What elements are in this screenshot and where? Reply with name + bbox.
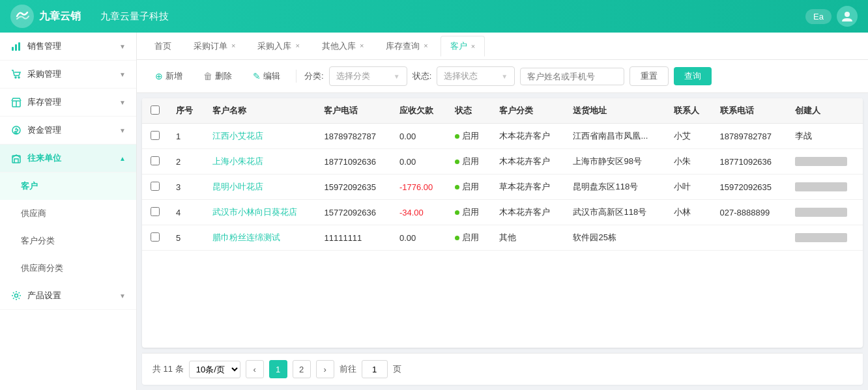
row-name[interactable]: 昆明小叶花店 [205, 174, 317, 200]
page-2-button[interactable]: 2 [293, 360, 311, 378]
row-id: 5 [168, 225, 205, 251]
page-unit: 页 [393, 363, 401, 375]
category-placeholder: 选择分类 [336, 70, 370, 82]
row-checkbox[interactable] [151, 131, 160, 140]
top-nav: 九章云销 九章云量子科技 Ea [0, 0, 868, 33]
sidebar-item-contacts[interactable]: 往来单位 ▲ [0, 145, 136, 173]
tab-inventory-query-close[interactable]: × [424, 42, 427, 49]
sidebar-item-suppliers[interactable]: 供应商 [0, 200, 136, 227]
tab-inventory-query[interactable]: 库存查询 × [376, 36, 437, 57]
edit-button[interactable]: ✎ 编辑 [245, 66, 288, 86]
row-name[interactable]: 武汉市小林向日葵花店 [205, 200, 317, 225]
row-id: 1 [168, 124, 205, 149]
query-label: 查询 [684, 71, 701, 81]
category-select[interactable]: 选择分类 ▼ [329, 66, 407, 86]
logo-area: 九章云销 [10, 5, 81, 28]
creator-blurred [795, 208, 847, 217]
tab-purchase-storage[interactable]: 采购入库 × [248, 36, 309, 57]
user-area: Ea [805, 6, 858, 27]
sidebar: 销售管理 ▼ 采购管理 ▼ 库存管理 ▼ [0, 33, 137, 390]
row-contact-phone: 15972092635 [712, 174, 787, 200]
tab-purchase-order[interactable]: 采购订单 × [184, 36, 245, 57]
row-checkbox[interactable] [151, 232, 160, 242]
row-debt: -34.00 [392, 200, 447, 225]
row-contact-phone [712, 225, 787, 251]
chevron-down-icon-5: ▼ [119, 292, 126, 299]
select-all-checkbox[interactable] [151, 105, 160, 115]
status-chevron-icon: ▼ [501, 73, 508, 80]
tab-home-label: 首页 [154, 40, 171, 52]
toolbar: ⊕ 新增 🗑 删除 ✎ 编辑 分类: 选择分类 ▼ 状态: 选择状态 ▼ [137, 60, 868, 93]
sidebar-item-customer-category[interactable]: 客户分类 [0, 227, 136, 255]
row-id: 3 [168, 174, 205, 200]
tab-other-storage-close[interactable]: × [360, 42, 364, 49]
tab-bar: 首页 采购订单 × 采购入库 × 其他入库 × 库存查询 × 客户 × [137, 33, 868, 60]
row-address: 软件园25栋 [565, 225, 666, 251]
tab-home[interactable]: 首页 [145, 36, 181, 57]
table-header-row: 序号 客户名称 客户电话 应收欠款 状态 客户分类 送货地址 联系人 联系电话 … [142, 98, 863, 124]
reset-button[interactable]: 重置 [629, 66, 669, 86]
creator-blurred [795, 157, 847, 166]
goto-page-input[interactable] [362, 360, 388, 378]
add-button[interactable]: ⊕ 新增 [147, 66, 190, 86]
row-contact-phone: 027-8888899 [712, 200, 787, 225]
row-contact: 小艾 [666, 124, 712, 149]
row-contact: 小叶 [666, 174, 712, 200]
table-row: 1 江西小艾花店 18789782787 0.00 启用 木本花卉客户 江西省南… [142, 124, 863, 149]
prev-page-button[interactable]: ‹ [246, 360, 264, 378]
row-debt: 0.00 [392, 225, 447, 251]
reset-label: 重置 [641, 71, 658, 81]
tab-other-storage[interactable]: 其他入库 × [312, 36, 373, 57]
sidebar-label-products: 产品设置 [27, 290, 61, 301]
tab-customers-close[interactable]: × [471, 43, 475, 50]
sidebar-item-finance[interactable]: 资金管理 ▼ [0, 117, 136, 145]
row-name[interactable]: 腊巾粉丝连绵测试 [205, 225, 317, 251]
query-button[interactable]: 查询 [674, 67, 712, 85]
app-title: 九章云量子科技 [100, 10, 169, 23]
total-text: 共 11 条 [152, 363, 184, 375]
chevron-down-icon: ▼ [119, 43, 126, 50]
sidebar-item-products[interactable]: 产品设置 ▼ [0, 282, 136, 310]
row-contact: 小朱 [666, 149, 712, 174]
tab-purchase-order-close[interactable]: × [231, 42, 235, 49]
search-input[interactable] [520, 68, 624, 85]
row-checkbox[interactable] [151, 207, 160, 216]
svg-rect-2 [12, 47, 14, 51]
sidebar-item-sales[interactable]: 销售管理 ▼ [0, 33, 136, 61]
row-contact-phone: 18771092636 [712, 149, 787, 174]
per-page-select[interactable]: 10条/页 20条/页 50条/页 [189, 361, 240, 378]
row-creator [787, 225, 863, 251]
tab-customers[interactable]: 客户 × [441, 36, 485, 57]
next-page-button[interactable]: › [316, 360, 334, 378]
avatar[interactable] [837, 6, 858, 27]
tab-purchase-storage-close[interactable]: × [295, 42, 299, 49]
content-area: 首页 采购订单 × 采购入库 × 其他入库 × 库存查询 × 客户 × [137, 33, 868, 390]
status-select[interactable]: 选择状态 ▼ [437, 66, 515, 86]
row-creator: 李战 [787, 124, 863, 149]
category-chevron-icon: ▼ [394, 73, 400, 80]
row-name[interactable]: 上海小朱花店 [205, 149, 317, 174]
row-id: 4 [168, 200, 205, 225]
edit-icon: ✎ [253, 71, 261, 81]
header-address: 送货地址 [565, 98, 666, 124]
svg-rect-3 [15, 44, 17, 51]
user-name-display[interactable]: Ea [805, 9, 832, 24]
table-body: 1 江西小艾花店 18789782787 0.00 启用 木本花卉客户 江西省南… [142, 124, 863, 251]
chart-icon [10, 40, 22, 52]
sidebar-item-inventory[interactable]: 库存管理 ▼ [0, 89, 136, 117]
sidebar-item-customers[interactable]: 客户 [0, 173, 136, 200]
sidebar-label-suppliers: 供应商 [21, 208, 46, 219]
chevron-down-icon-3: ▼ [119, 99, 126, 106]
app-logo-text: 九章云销 [39, 10, 81, 23]
building-icon [10, 152, 22, 164]
status-placeholder: 选择状态 [444, 70, 478, 82]
row-checkbox[interactable] [151, 182, 160, 191]
row-name[interactable]: 江西小艾花店 [205, 124, 317, 149]
sidebar-label-supplier-category: 供应商分类 [21, 262, 63, 274]
row-checkbox[interactable] [151, 156, 160, 165]
delete-button[interactable]: 🗑 删除 [195, 66, 240, 86]
page-1-button[interactable]: 1 [269, 360, 287, 378]
row-category: 木本花卉客户 [491, 149, 566, 174]
sidebar-item-supplier-category[interactable]: 供应商分类 [0, 255, 136, 282]
sidebar-item-purchase[interactable]: 采购管理 ▼ [0, 61, 136, 89]
